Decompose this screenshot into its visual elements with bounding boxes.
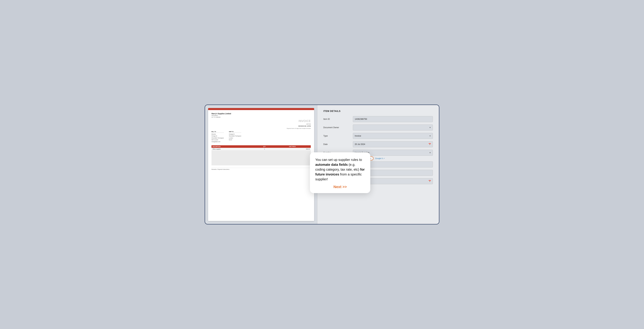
chevron-down-icon: ▼	[429, 135, 431, 137]
label-date: Date	[323, 143, 350, 146]
bill-to-label: BILL TO	[212, 131, 224, 133]
bill-line2: Orange AI	[212, 135, 224, 137]
tooltip-bubble: You can set up supplier rules to automat…	[310, 152, 370, 193]
col-description: DESCRIPTION	[212, 145, 255, 148]
ship-to-label: SHIP TO	[229, 131, 241, 133]
input-type[interactable]: Invoice ▼	[353, 133, 433, 139]
invoice-title-row: INVOICE	[212, 120, 311, 123]
remarks: Remarks / Payment Instructions:	[212, 168, 311, 170]
input-doc-owner[interactable]: ▼	[353, 124, 433, 130]
invoice-preview-panel: Harry's Supplies Limited Shoreditch 44 7…	[205, 105, 317, 224]
chevron-down-icon: ▼	[429, 126, 431, 128]
type-value: Invoice	[355, 135, 361, 137]
date-value: 20 Jul 2024	[355, 143, 365, 146]
company-phone: 44 772 456456	[212, 116, 311, 118]
table-row-empty-4	[212, 158, 311, 160]
row-qty: 1	[255, 148, 274, 150]
field-row-doc-owner: Document Owner ▼	[323, 124, 433, 130]
bill-line5: orange@ai.com	[212, 141, 224, 142]
tooltip-bold1: automate data fields	[315, 163, 348, 166]
tooltip-text: You can set up supplier rules to automat…	[315, 157, 365, 182]
row-price: 208.40	[274, 148, 311, 150]
company-sub1: Shoreditch	[212, 115, 311, 116]
table-row-empty-2	[212, 153, 311, 155]
google-it-link[interactable]: Google It ↗	[375, 157, 384, 160]
chevron-down-icon: ▼	[429, 152, 431, 154]
invoice-body: Harry's Supplies Limited Shoreditch 44 7…	[208, 110, 314, 173]
invoice-no: 10702	[307, 125, 311, 127]
payment-terms: Payment terms 14 days from receipt of in…	[212, 128, 311, 129]
row-desc: Office supplies	[212, 148, 255, 150]
invoice-no-row: INVOICE NO. 10702	[212, 125, 311, 127]
table-row: Office supplies 1 208.40	[212, 148, 311, 150]
ship-line2: Shoreditch Techspace	[229, 135, 241, 137]
bill-line1: Director	[212, 133, 224, 135]
invoice-table: DESCRIPTION QTY UNIT PRICE Office suppli…	[212, 145, 311, 166]
tooltip-next-button[interactable]: Next >>	[315, 185, 365, 189]
section-title: ITEM DETAILS	[323, 110, 433, 112]
invoice-title: INVOICE	[298, 120, 311, 123]
table-row-empty-3	[212, 155, 311, 158]
bill-line4: 020 111222	[212, 139, 224, 141]
ship-line3: London	[229, 137, 241, 139]
tooltip-overlay: You can set up supplier rules to automat…	[310, 152, 370, 193]
invoice-no-label: INVOICE NO.	[298, 125, 306, 127]
external-link-icon: ↗	[383, 158, 384, 160]
label-item-id: Item ID	[323, 118, 350, 120]
invoice-header-bar	[208, 108, 314, 110]
field-row-item-id: Item ID 14362380750	[323, 116, 433, 122]
input-item-id[interactable]: 14362380750	[353, 116, 433, 122]
bill-to-col: BILL TO Director Orange AI Shoreditch Te…	[212, 131, 224, 142]
col-qty: QTY	[255, 145, 274, 148]
ship-line4: EC2V	[229, 139, 241, 141]
main-container: Harry's Supplies Limited Shoreditch 44 7…	[204, 104, 440, 224]
table-row-empty-6	[212, 163, 311, 166]
invoice-date: 20/7/24	[306, 123, 311, 125]
label-doc-owner: Document Owner	[323, 126, 350, 129]
ship-line1: Orange AI	[229, 133, 241, 135]
calendar-icon: 📅	[428, 143, 431, 146]
company-name: Harry's Supplies Limited	[212, 113, 311, 114]
tooltip-part1: You can set up supplier rules to	[315, 158, 362, 162]
label-type: Type	[323, 135, 350, 137]
calendar-icon: 📅	[428, 180, 431, 182]
table-row-empty-1	[212, 150, 311, 153]
invoice-date-row: 20/7/24	[212, 123, 311, 125]
field-row-date: Date 20 Jul 2024 📅	[323, 141, 433, 147]
invoice-document: Harry's Supplies Limited Shoreditch 44 7…	[208, 108, 314, 221]
bill-line3: Shoreditch Techspace	[212, 137, 224, 139]
invoice-addresses: BILL TO Director Orange AI Shoreditch Te…	[212, 131, 311, 142]
table-row-empty-5	[212, 160, 311, 163]
input-date[interactable]: 20 Jul 2024 📅	[353, 141, 433, 147]
ship-to-col: SHIP TO Orange AI Shoreditch Techspace L…	[229, 131, 241, 142]
col-unit-price: UNIT PRICE	[274, 145, 311, 148]
field-row-type: Type Invoice ▼	[323, 133, 433, 139]
